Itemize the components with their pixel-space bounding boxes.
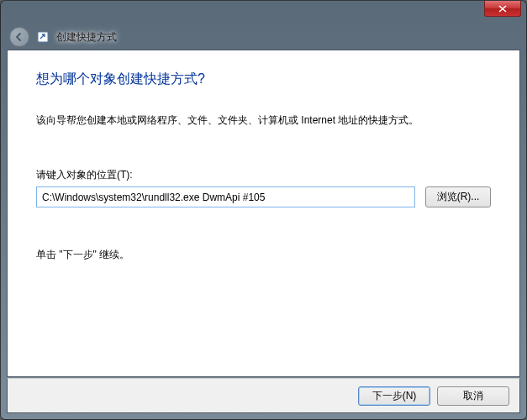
content-panel: 想为哪个对象创建快捷方式? 该向导帮您创建本地或网络程序、文件、文件夹、计算机或… (7, 50, 520, 377)
close-button[interactable] (484, 1, 521, 17)
svg-rect-0 (38, 32, 48, 42)
titlebar (1, 1, 526, 24)
back-arrow-icon (14, 32, 24, 42)
next-button[interactable]: 下一步(N) (358, 386, 430, 406)
shortcut-icon (36, 30, 50, 44)
close-icon (498, 5, 507, 13)
header-title: 创建快捷方式 (56, 30, 117, 45)
page-heading: 想为哪个对象创建快捷方式? (36, 71, 491, 88)
hint-text: 单击 "下一步" 继续。 (36, 248, 491, 262)
wizard-window: 创建快捷方式 想为哪个对象创建快捷方式? 该向导帮您创建本地或网络程序、文件、文… (0, 0, 527, 420)
description-text: 该向导帮您创建本地或网络程序、文件、文件夹、计算机或 Internet 地址的快… (36, 113, 491, 128)
path-field-label: 请键入对象的位置(T): (36, 168, 491, 182)
path-input-row: 浏览(R)... (36, 186, 491, 207)
browse-button[interactable]: 浏览(R)... (425, 186, 491, 207)
footer: 下一步(N) 取消 (7, 378, 520, 413)
path-input[interactable] (36, 186, 415, 207)
back-button[interactable] (9, 27, 29, 47)
cancel-button[interactable]: 取消 (437, 386, 509, 406)
header: 创建快捷方式 (1, 24, 526, 50)
